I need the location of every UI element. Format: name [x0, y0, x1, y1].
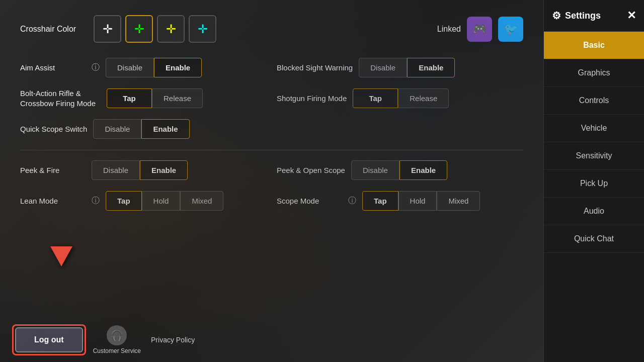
blocked-sight-toggle: Disable Enable	[359, 58, 455, 77]
aim-assist-toggle: Disable Enable	[106, 58, 202, 77]
linked-section: Linked 🎮 🐦	[437, 17, 523, 42]
scope-mode-mixed-btn[interactable]: Mixed	[437, 191, 480, 211]
quick-scope-enable-btn[interactable]: Enable	[141, 119, 189, 139]
aim-assist-info-icon[interactable]: ⓘ	[92, 62, 100, 73]
sidebar-item-vehicle[interactable]: Vehicle	[544, 115, 644, 142]
crosshair-white[interactable]: ✛	[94, 15, 121, 43]
peek-open-scope-label: Peek & Open Scope	[277, 166, 345, 174]
bolt-action-tap-btn[interactable]: Tap	[107, 88, 152, 108]
peek-fire-disable-btn[interactable]: Disable	[92, 160, 140, 180]
crosshair-yellow[interactable]: ✛	[157, 15, 185, 43]
twitter-button[interactable]: 🐦	[498, 17, 523, 42]
scope-mode-hold-btn[interactable]: Hold	[398, 191, 437, 211]
shotgun-tap-btn[interactable]: Tap	[353, 88, 398, 108]
peek-open-scope-toggle: Disable Enable	[351, 160, 447, 180]
bottom-bar: Log out 🎧 Customer Service Privacy Polic…	[0, 318, 543, 362]
quick-scope-row: Quick Scope Switch Disable Enable	[20, 119, 523, 139]
sidebar: ⚙ Settings ✕ Basic Graphics Controls Veh…	[543, 0, 644, 362]
scope-mode-tap-btn[interactable]: Tap	[362, 191, 398, 211]
sidebar-item-sensitivity[interactable]: Sensitivity	[544, 142, 644, 170]
sidebar-header: ⚙ Settings ✕	[544, 0, 644, 32]
quick-scope-toggle: Disable Enable	[93, 119, 189, 139]
scope-mode-label: Scope Mode	[277, 197, 342, 205]
main-content: Crosshair Color ✛ ✛ ✛ ✛ Linked 🎮 🐦 Aim A…	[0, 0, 543, 362]
crosshair-options: ✛ ✛ ✛ ✛	[94, 15, 216, 43]
blocked-sight-enable-btn[interactable]: Enable	[407, 58, 455, 77]
peek-fire-row: Peek & Fire Disable Enable Peek & Open S…	[20, 160, 523, 180]
bolt-action-row: Bolt-Action Rifle &Crossbow Firing Mode …	[20, 88, 523, 108]
lean-mode-toggle: Tap Hold Mixed	[106, 191, 223, 211]
scope-mode-toggle: Tap Hold Mixed	[362, 191, 480, 211]
peek-fire-enable-btn[interactable]: Enable	[140, 160, 188, 180]
divider	[20, 150, 523, 150]
linked-label: Linked	[437, 25, 461, 34]
customer-service-button[interactable]: 🎧 Customer Service	[93, 325, 141, 354]
peek-open-scope-enable-btn[interactable]: Enable	[399, 160, 447, 180]
bolt-action-label: Bolt-Action Rifle &Crossbow Firing Mode	[20, 88, 101, 108]
arrow-cursor-indicator	[50, 246, 72, 266]
lean-mode-hold-btn[interactable]: Hold	[142, 191, 181, 211]
crosshair-row: Crosshair Color ✛ ✛ ✛ ✛ Linked 🎮 🐦	[20, 15, 523, 43]
sidebar-item-pickup[interactable]: Pick Up	[544, 170, 644, 198]
aim-assist-enable-btn[interactable]: Enable	[154, 58, 202, 77]
sidebar-item-basic[interactable]: Basic	[544, 32, 644, 59]
shotgun-label: Shotgun Firing Mode	[277, 94, 347, 103]
bolt-action-toggle: Tap Release	[107, 88, 203, 108]
peek-fire-toggle: Disable Enable	[92, 160, 188, 180]
sidebar-items: Basic Graphics Controls Vehicle Sensitiv…	[544, 32, 644, 362]
sidebar-item-quickchat[interactable]: Quick Chat	[544, 225, 644, 253]
sidebar-item-audio[interactable]: Audio	[544, 198, 644, 225]
privacy-policy-link[interactable]: Privacy Policy	[151, 336, 195, 344]
blocked-sight-label: Blocked Sight Warning	[277, 63, 353, 72]
crosshair-label: Crosshair Color	[20, 25, 86, 34]
quick-scope-label: Quick Scope Switch	[20, 125, 87, 133]
peek-open-scope-disable-btn[interactable]: Disable	[351, 160, 399, 180]
crosshair-cyan[interactable]: ✛	[189, 15, 216, 43]
customer-service-icon: 🎧	[107, 325, 127, 345]
aim-assist-row: Aim Assist ⓘ Disable Enable Blocked Sigh…	[20, 58, 523, 77]
lean-mode-info-icon[interactable]: ⓘ	[92, 196, 100, 206]
customer-service-label: Customer Service	[93, 347, 141, 354]
shotgun-toggle: Tap Release	[353, 88, 449, 108]
lean-mode-row: Lean Mode ⓘ Tap Hold Mixed Scope Mode ⓘ …	[20, 191, 523, 211]
gear-icon: ⚙	[552, 10, 561, 22]
quick-scope-disable-btn[interactable]: Disable	[93, 119, 141, 139]
logout-button-wrapper: Log out	[15, 327, 83, 352]
settings-title-text: Settings	[565, 11, 601, 21]
sidebar-item-graphics[interactable]: Graphics	[544, 59, 644, 87]
scope-mode-info-icon[interactable]: ⓘ	[348, 196, 356, 206]
lean-mode-mixed-btn[interactable]: Mixed	[180, 191, 223, 211]
logout-button[interactable]: Log out	[15, 327, 83, 352]
discord-button[interactable]: 🎮	[467, 17, 492, 42]
lean-mode-label: Lean Mode	[20, 197, 86, 205]
crosshair-green[interactable]: ✛	[125, 15, 153, 43]
aim-assist-label: Aim Assist	[20, 63, 86, 72]
lean-mode-tap-btn[interactable]: Tap	[106, 191, 142, 211]
shotgun-release-btn[interactable]: Release	[398, 88, 449, 108]
close-icon[interactable]: ✕	[627, 9, 636, 22]
blocked-sight-disable-btn[interactable]: Disable	[359, 58, 407, 77]
settings-title: ⚙ Settings	[552, 10, 601, 22]
sidebar-item-controls[interactable]: Controls	[544, 87, 644, 115]
bolt-action-release-btn[interactable]: Release	[152, 88, 203, 108]
aim-assist-disable-btn[interactable]: Disable	[106, 58, 154, 77]
peek-fire-label: Peek & Fire	[20, 166, 86, 174]
